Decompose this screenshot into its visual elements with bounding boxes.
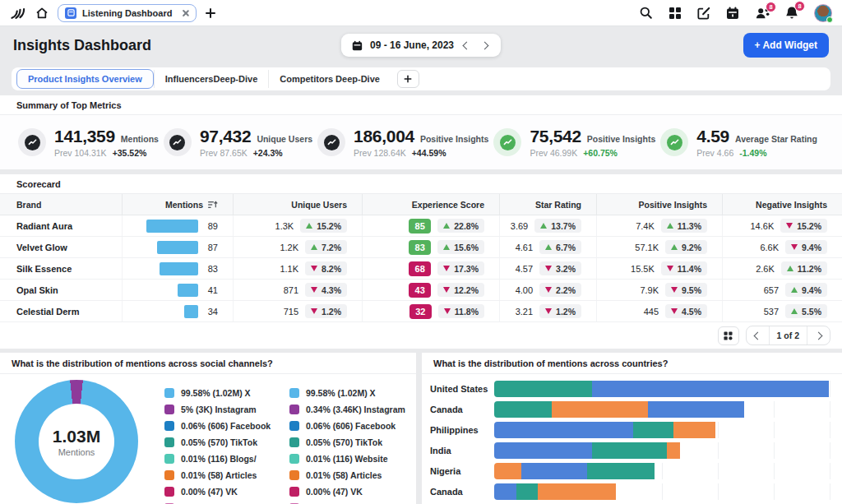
scorecard-row-radiant-aura[interactable]: Radiant Aura891.3K15.2%8522.8%3.6913.7%7… [0,215,842,237]
tab-product-insights-overview[interactable]: Product Insights Overview [16,69,154,89]
legend-item[interactable]: 0.06% (606) Facebook [289,418,411,434]
delta-chip: 9.2% [665,240,707,254]
legend-item[interactable]: 99.58% (1.02M) X [289,385,411,401]
tab-competitors-deep-dive[interactable]: Competitors Deep-Dive [268,70,391,88]
bar-segment-orange [538,483,616,500]
prev-page-button[interactable] [747,326,769,344]
metric-value: 186,004 [354,127,414,146]
legend-item[interactable]: 5% (3K) Instagram [164,401,286,418]
country-stacked-bar[interactable] [494,442,832,459]
legend-item[interactable]: 0.01% (58) Articles [289,467,411,483]
legend-item[interactable]: 0.00% (47) VK [164,483,286,500]
arrow-down-icon [545,308,552,314]
country-row-india: India [430,442,832,459]
summary-section-header: Summary of Top Metrics [0,95,842,115]
scorecard-section-header: Scorecard [0,174,842,194]
close-tab-icon[interactable] [181,9,189,17]
user-avatar[interactable] [814,4,832,22]
metric-delta: +60.75% [583,148,618,158]
mentions-donut-chart[interactable]: 1.03M Mentions [15,380,138,503]
legend-item[interactable]: 0.05% (570) TikTok [289,434,411,451]
notifications-badge: 8 [794,1,805,12]
legend-swatch [289,437,299,447]
legend-item[interactable]: 0.34% (3.46K) Instagram [289,401,411,418]
country-label: Canada [430,405,494,414]
channels-chart-panel: What is the distribution of mentions acr… [0,353,416,504]
country-stacked-bar[interactable] [494,463,832,479]
column-header-experience-score[interactable]: Experience Score [362,194,499,215]
country-stacked-bar[interactable] [494,381,832,397]
legend-item[interactable]: 0.00% (9) Reddit [164,500,286,504]
country-stacked-bar[interactable] [494,483,832,500]
donut-center: 1.03M Mentions [15,380,138,503]
column-header-positive-insights[interactable]: Positive Insights [596,194,722,215]
country-stacked-bar[interactable] [494,401,832,418]
prev-date-button[interactable] [461,43,472,49]
experience-score-badge: 43 [409,283,431,298]
column-header-unique-users[interactable]: Unique Users [233,194,362,215]
add-widget-button[interactable]: + Add Widget [743,33,829,58]
column-header-negative-insights[interactable]: Negative Insights [722,194,842,215]
experience-score-badge: 85 [409,219,431,234]
cell-brand: Radiant Aura [0,215,122,236]
app-logo-icon[interactable] [10,5,26,21]
column-header-star-rating[interactable]: Star Rating [499,194,596,215]
legend-item[interactable]: 0.01% (116) Blogs/ [164,451,286,467]
trend-up-icon [317,128,345,156]
delta-chip: 15.6% [437,240,484,254]
sort-icon[interactable] [208,201,218,209]
apps-grid-icon[interactable] [669,7,682,20]
column-header-mentions[interactable]: Mentions [122,194,233,215]
compose-icon[interactable] [697,7,710,20]
scorecard-row-silk-essence[interactable]: Silk Essence831.1K8.2%6817.3%4.573.2%15.… [0,258,842,280]
donut-wrap: 1.03M Mentions [15,380,156,504]
metric-label: Positive Insights [587,134,655,144]
scorecard-row-opal-skin[interactable]: Opal Skin418714.3%4312.2%4.002.2%7.9K9.5… [0,280,842,301]
page-header: Insights Dashboard 09 - 16 June, 2023 + … [0,26,842,64]
next-date-button[interactable] [479,43,490,49]
scorecard-header-row: BrandMentionsUnique UsersExperience Scor… [0,194,842,215]
legend-item[interactable]: 0.00% (47) VK [289,483,411,500]
metric-card-positive-insights[interactable]: 186,004Positive InsightsPrev 128.64K+44.… [317,127,488,158]
cell-brand: Celestial Derm [0,301,122,321]
legend-item[interactable]: 0.01% (58) Articles [164,467,286,483]
online-status-dot [826,16,833,23]
date-range-picker[interactable]: 09 - 16 June, 2023 [341,34,501,57]
metric-card-unique-users[interactable]: 97,432Unique UsersPrev 87.65K+24.3% [164,127,312,158]
next-page-button[interactable] [807,326,830,344]
legend-label: 0.06% (606) Facebook [181,421,271,431]
delta-chip: 13.7% [534,219,581,233]
home-icon[interactable] [35,7,49,20]
widget-options-icon[interactable] [718,326,739,345]
legend-swatch [289,487,299,497]
legend-item[interactable]: 0.01% (116) Website [289,451,411,467]
metric-value: 141,359 [54,127,115,146]
search-icon[interactable] [639,6,653,20]
tab-influencersdeep-dive[interactable]: InfluencersDeep-Dive [154,70,268,88]
country-stacked-bar[interactable] [494,422,832,438]
notifications-bell-icon[interactable]: 8 [785,6,798,20]
scorecard-title: Scorecard [16,179,61,189]
scorecard-row-celestial-derm[interactable]: Celestial Derm347151.2%3211.8%3.211.2%44… [0,301,842,322]
add-tab-button[interactable] [397,70,419,88]
metric-card-mentions[interactable]: 141,359MentionsPrev 104.31K+35.52% [18,127,159,158]
scorecard-row-velvet-glow[interactable]: Velvet Glow871.2K7.2%8315.6%4.616.7%57.1… [0,237,842,258]
open-tab-listening-dashboard[interactable]: Listening Dashboard [58,4,197,22]
country-row-philippines: Philippines [430,422,832,438]
delta-chip: 22.8% [437,219,484,233]
experience-score-badge: 68 [409,261,431,276]
delta-chip: 15.2% [780,219,827,233]
new-tab-icon[interactable] [206,8,215,18]
column-header-brand[interactable]: Brand [0,194,122,215]
cell-star-rating: 4.616.7% [499,237,596,257]
metric-card-positive-insights[interactable]: 75,542Positive InsightsPrev 46.99K+60.75… [493,127,655,158]
metric-label: Mentions [121,134,159,144]
calendar-icon[interactable] [726,7,739,20]
cell-star-rating: 4.573.2% [499,258,596,279]
share-users-icon[interactable]: 8 [755,7,770,20]
legend-item[interactable]: 0.06% (606) Facebook [164,418,286,434]
legend-item[interactable]: 99.58% (1.02M) X [164,385,286,401]
legend-item[interactable]: 0.05% (570) TikTok [164,434,286,451]
legend-item[interactable]: 0.00% (9) Reddit [289,500,411,504]
metric-card-average-star-rating[interactable]: 4.59Average Star RatingPrev 4.66-1.49% [660,127,817,158]
